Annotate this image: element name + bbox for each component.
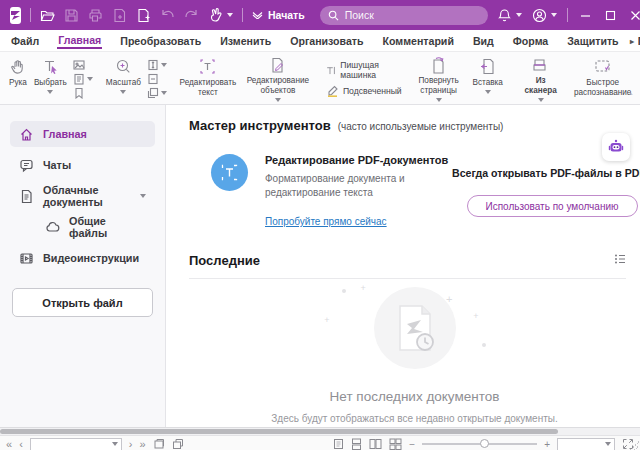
zoom-out-button[interactable] — [409, 439, 415, 450]
minimize-button[interactable] — [578, 8, 593, 23]
divider — [242, 8, 243, 22]
undo-icon[interactable] — [160, 8, 175, 23]
new-document-icon[interactable] — [136, 8, 151, 23]
close-button[interactable] — [628, 8, 640, 23]
menu-comment[interactable]: Комментарий — [382, 33, 455, 49]
chevron-down-icon — [161, 91, 167, 95]
page-number-input[interactable] — [30, 438, 122, 450]
sidebar-item-video-tutorials[interactable]: Видеоинструкции — [10, 245, 155, 271]
previous-page-button[interactable] — [19, 439, 23, 450]
fit-height-button[interactable] — [147, 59, 167, 71]
zoom-slider-knob[interactable] — [480, 439, 489, 448]
menu-file[interactable]: Файл — [10, 33, 40, 49]
menu-overflow-arrow-icon[interactable] — [626, 34, 638, 48]
from-scanner-button[interactable]: Из сканера — [517, 55, 565, 102]
chevron-down-icon — [605, 442, 611, 446]
highlight-button[interactable]: Подсвеченный — [326, 84, 402, 97]
try-now-link[interactable]: Попробуйте прямо сейчас — [265, 216, 387, 227]
divider — [30, 8, 31, 22]
start-menu-button[interactable]: Начать — [252, 9, 305, 21]
insert-pages-button[interactable]: Вставка — [467, 55, 509, 102]
resize-grip[interactable] — [629, 441, 639, 450]
use-as-default-button[interactable]: Использовать по умолчанию — [467, 195, 638, 217]
sparkle-icon: + — [473, 311, 478, 321]
empty-state-title: Нет последних документов — [330, 389, 500, 404]
zoom-tool-button[interactable]: Масштаб — [103, 55, 144, 102]
menu-form[interactable]: Форма — [512, 33, 549, 49]
facing-continuous-view-icon[interactable] — [389, 438, 402, 450]
facing-view-icon[interactable] — [369, 438, 382, 450]
menu-protect[interactable]: Защитить — [566, 33, 619, 49]
continuous-view-icon[interactable] — [351, 438, 362, 450]
select-cursor-icon — [42, 57, 59, 76]
video-icon — [19, 251, 34, 266]
page-views-button[interactable] — [147, 87, 167, 99]
clipboard-button[interactable] — [73, 73, 93, 85]
menu-organize[interactable]: Организовать — [289, 33, 364, 49]
fit-page-button[interactable] — [147, 73, 167, 85]
chevron-down-icon — [87, 77, 93, 81]
bell-icon — [497, 8, 512, 23]
search-input[interactable] — [345, 9, 480, 21]
chevron-down-icon — [436, 98, 442, 102]
edit-text-icon — [199, 57, 216, 76]
sidebar-item-cloud-documents[interactable]: Облачные документы — [10, 183, 155, 209]
ink-tool-button[interactable] — [208, 8, 233, 23]
magnifier-plus-icon — [115, 57, 132, 76]
open-file-icon[interactable] — [40, 8, 55, 23]
divider — [567, 8, 568, 22]
sidebar: Главная Чаты Облачные документы Общие фа… — [0, 105, 166, 427]
hand-tool-button[interactable]: Рука — [6, 55, 30, 102]
menu-bar: Файл Главная Преобразовать Изменить Орга… — [0, 30, 640, 52]
sidebar-item-chats[interactable]: Чаты — [10, 152, 155, 178]
snapshot-view-button[interactable] — [153, 438, 165, 450]
list-view-toggle-icon[interactable] — [614, 251, 626, 269]
duplicate-view-button[interactable] — [172, 438, 184, 450]
edit-objects-button[interactable]: Редактирование объектов — [240, 55, 316, 102]
first-page-button[interactable] — [6, 439, 12, 450]
menu-edit[interactable]: Изменить — [219, 33, 272, 49]
card-description: Форматирование документа и редактировани… — [265, 172, 465, 199]
cloud-icon — [45, 220, 60, 235]
sidebar-item-shared-files[interactable]: Общие файлы — [36, 214, 155, 240]
zoom-in-button[interactable] — [544, 439, 550, 450]
zoom-level-select[interactable] — [557, 438, 615, 450]
rotate-pages-button[interactable]: Повернуть страницы — [412, 55, 466, 102]
maximize-button[interactable] — [603, 8, 618, 23]
open-file-button[interactable]: Открыть файл — [12, 288, 153, 317]
menu-view[interactable]: Вид — [472, 33, 495, 49]
scanner-icon — [532, 57, 550, 74]
highlighter-icon — [326, 84, 339, 97]
zoom-slider[interactable] — [422, 443, 537, 445]
select-tool-button[interactable]: Выбрать — [31, 55, 70, 102]
edit-text-button[interactable]: Редактировать текст — [177, 55, 239, 102]
account-button[interactable] — [532, 8, 557, 23]
title-bar: Начать — [0, 0, 640, 30]
save-icon[interactable] — [64, 8, 79, 23]
bookmark-button[interactable] — [73, 87, 93, 99]
chevron-down-icon — [516, 13, 522, 17]
snapshot-button[interactable] — [73, 59, 93, 71]
print-icon[interactable] — [88, 8, 103, 23]
edit-pdf-card-icon — [211, 154, 248, 191]
menu-convert[interactable]: Преобразовать — [119, 33, 202, 49]
collapse-toolbar-icon[interactable] — [627, 92, 634, 101]
menu-home[interactable]: Главная — [57, 32, 102, 49]
scrollbar-thumb[interactable] — [0, 429, 558, 434]
app-logo-icon — [10, 7, 21, 24]
notifications-button[interactable] — [497, 8, 522, 23]
chevron-down-icon — [161, 63, 167, 67]
chevron-down-icon — [485, 90, 491, 94]
horizontal-scrollbar[interactable] — [0, 427, 640, 435]
robot-icon — [607, 138, 625, 156]
empty-state-hint: Здесь будут отображаться все недавно отк… — [271, 413, 557, 424]
sidebar-item-home[interactable]: Главная — [10, 121, 155, 147]
export-page-icon[interactable] — [112, 8, 127, 23]
last-page-button[interactable] — [139, 439, 145, 450]
search-box[interactable] — [320, 6, 488, 25]
typewriter-button[interactable]: Пишущая машинка — [326, 60, 402, 80]
redo-icon[interactable] — [184, 8, 199, 23]
next-page-button[interactable] — [129, 439, 133, 450]
single-page-view-icon[interactable] — [333, 438, 344, 450]
ai-assistant-button[interactable] — [602, 133, 630, 161]
